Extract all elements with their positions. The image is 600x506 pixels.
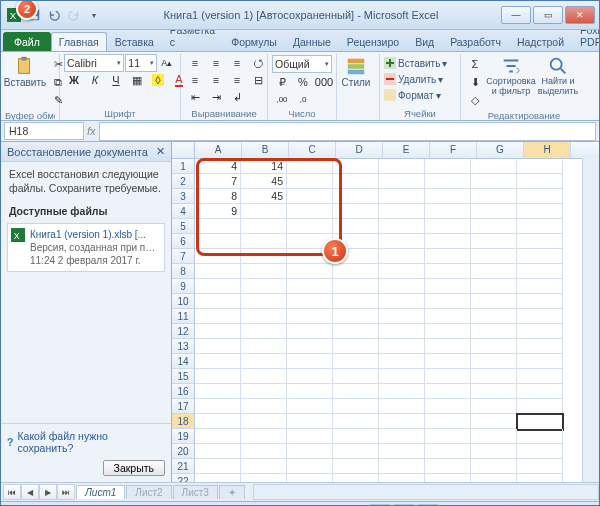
tab-insert[interactable]: Вставка — [107, 32, 162, 51]
cell-C5[interactable] — [287, 219, 333, 234]
font-size-select[interactable]: 11▾ — [125, 54, 156, 72]
cell-F11[interactable] — [425, 309, 471, 324]
cell-E8[interactable] — [379, 264, 425, 279]
row-header-19[interactable]: 19 — [172, 429, 195, 444]
italic-button[interactable]: К — [85, 71, 105, 89]
cell-F15[interactable] — [425, 369, 471, 384]
close-button[interactable]: ✕ — [565, 6, 595, 24]
cell-C20[interactable] — [287, 444, 333, 459]
cell-A20[interactable] — [195, 444, 241, 459]
cell-E13[interactable] — [379, 339, 425, 354]
cell-D2[interactable] — [333, 174, 379, 189]
cell-B3[interactable]: 45 — [241, 189, 287, 204]
cell-E17[interactable] — [379, 399, 425, 414]
cell-A17[interactable] — [195, 399, 241, 414]
cell-C16[interactable] — [287, 384, 333, 399]
cell-E1[interactable] — [379, 159, 425, 174]
cell-G5[interactable] — [471, 219, 517, 234]
styles-button[interactable]: Стили — [341, 55, 371, 88]
cell-F5[interactable] — [425, 219, 471, 234]
column-header-D[interactable]: D — [336, 142, 383, 158]
cell-D22[interactable] — [333, 474, 379, 482]
wrap-text-button[interactable]: ↲ — [227, 88, 247, 106]
row-header-15[interactable]: 15 — [172, 369, 195, 384]
fx-icon[interactable]: fx — [87, 125, 96, 137]
cell-G9[interactable] — [471, 279, 517, 294]
cell-D5[interactable] — [333, 219, 379, 234]
cell-F13[interactable] — [425, 339, 471, 354]
column-header-A[interactable]: A — [195, 142, 242, 158]
cell-H18[interactable] — [517, 414, 563, 430]
cell-B10[interactable] — [241, 294, 287, 309]
column-header-F[interactable]: F — [430, 142, 477, 158]
clear-button[interactable]: ◇ — [465, 91, 485, 109]
cell-F2[interactable] — [425, 174, 471, 189]
column-header-E[interactable]: E — [383, 142, 430, 158]
sheet-tab-1[interactable]: Лист1 — [76, 485, 125, 499]
tab-formulas[interactable]: Формулы — [223, 32, 285, 51]
cell-A9[interactable] — [195, 279, 241, 294]
cell-D20[interactable] — [333, 444, 379, 459]
number-format-select[interactable]: Общий▾ — [272, 55, 332, 73]
font-name-select[interactable]: Calibri▾ — [64, 54, 124, 72]
orientation-button[interactable]: ⭯ — [248, 54, 268, 72]
cell-C17[interactable] — [287, 399, 333, 414]
cell-B14[interactable] — [241, 354, 287, 369]
minimize-button[interactable]: — — [501, 6, 531, 24]
autosum-button[interactable]: Σ — [465, 55, 485, 73]
cell-C8[interactable] — [287, 264, 333, 279]
cell-G10[interactable] — [471, 294, 517, 309]
cell-E7[interactable] — [379, 249, 425, 264]
cell-E16[interactable] — [379, 384, 425, 399]
cell-D14[interactable] — [333, 354, 379, 369]
cell-D8[interactable] — [333, 264, 379, 279]
column-header-G[interactable]: G — [477, 142, 524, 158]
cell-H5[interactable] — [517, 219, 563, 234]
row-header-8[interactable]: 8 — [172, 264, 195, 279]
cell-A16[interactable] — [195, 384, 241, 399]
cell-E10[interactable] — [379, 294, 425, 309]
cell-A14[interactable] — [195, 354, 241, 369]
cell-H17[interactable] — [517, 399, 563, 414]
cell-A7[interactable] — [195, 249, 241, 264]
cells-insert-button[interactable]: Вставить ▾ — [384, 55, 447, 71]
recovery-item[interactable]: X Книга1 (version 1).xlsb [... Версия, с… — [7, 223, 165, 272]
increase-decimal-button[interactable]: ,00 — [272, 90, 292, 108]
cell-G17[interactable] — [471, 399, 517, 414]
cell-F14[interactable] — [425, 354, 471, 369]
cells-delete-button[interactable]: Удалить ▾ — [384, 71, 443, 87]
cell-B15[interactable] — [241, 369, 287, 384]
cell-H3[interactable] — [517, 189, 563, 204]
cell-G8[interactable] — [471, 264, 517, 279]
tab-data[interactable]: Данные — [285, 32, 339, 51]
fill-button[interactable]: ⬇ — [465, 73, 485, 91]
cell-E22[interactable] — [379, 474, 425, 482]
cell-G15[interactable] — [471, 369, 517, 384]
tab-home[interactable]: Главная — [51, 32, 107, 51]
sort-filter-button[interactable]: Сортировка и фильтр — [488, 55, 534, 97]
redo-button[interactable] — [65, 6, 83, 24]
cell-D18[interactable] — [333, 414, 379, 429]
cell-B1[interactable]: 14 — [241, 159, 287, 174]
cell-F18[interactable] — [425, 414, 471, 429]
cell-G12[interactable] — [471, 324, 517, 339]
cell-H4[interactable] — [517, 204, 563, 219]
cell-H6[interactable] — [517, 234, 563, 249]
cell-C11[interactable] — [287, 309, 333, 324]
column-header-C[interactable]: C — [289, 142, 336, 158]
cell-F12[interactable] — [425, 324, 471, 339]
currency-button[interactable]: ₽ — [272, 73, 292, 91]
row-header-12[interactable]: 12 — [172, 324, 195, 339]
row-header-22[interactable]: 22 — [172, 474, 195, 482]
cell-A10[interactable] — [195, 294, 241, 309]
cell-F9[interactable] — [425, 279, 471, 294]
row-header-13[interactable]: 13 — [172, 339, 195, 354]
cell-H19[interactable] — [517, 429, 563, 444]
row-header-21[interactable]: 21 — [172, 459, 195, 474]
cell-B19[interactable] — [241, 429, 287, 444]
cell-C13[interactable] — [287, 339, 333, 354]
cell-A8[interactable] — [195, 264, 241, 279]
cell-A2[interactable]: 7 — [195, 174, 241, 189]
tab-file[interactable]: Файл — [3, 32, 51, 51]
cell-A19[interactable] — [195, 429, 241, 444]
